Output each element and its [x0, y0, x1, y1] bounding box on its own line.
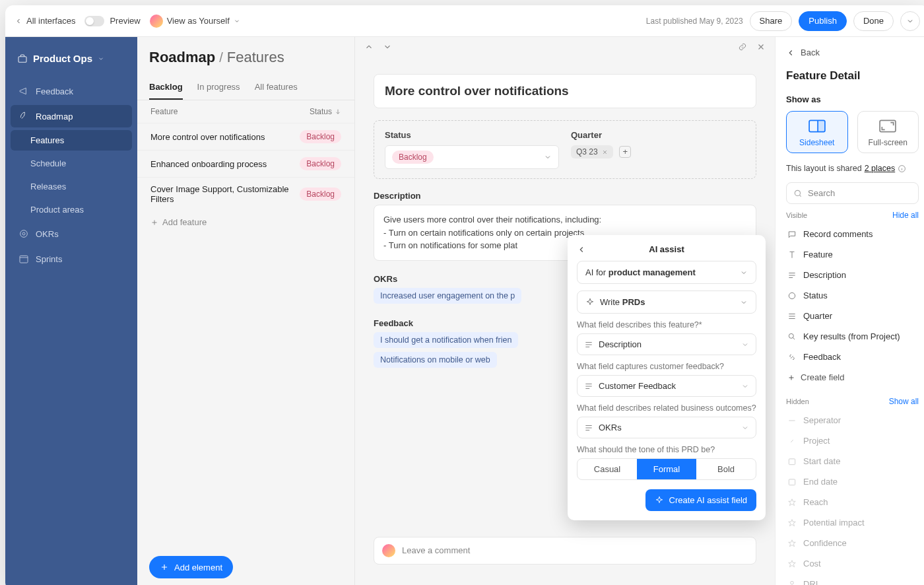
field-end-date[interactable]: End date [786, 473, 919, 491]
ai-field-select-description[interactable]: Description [577, 333, 756, 355]
star-icon [787, 498, 797, 507]
hide-all[interactable]: Hide all [892, 211, 919, 220]
comment-icon [787, 230, 797, 239]
showas-fullscreen[interactable]: Full-screen [857, 111, 919, 153]
link-icon[interactable] [738, 42, 747, 52]
chevron-down-icon[interactable] [383, 42, 392, 52]
status-select[interactable]: Backlog [385, 145, 559, 169]
sidebar-item-feedback[interactable]: Feedback [11, 80, 132, 102]
sidebar-item-roadmap[interactable]: Roadmap [11, 105, 132, 127]
config-back[interactable]: Back [786, 48, 919, 57]
preview-toggle[interactable] [84, 16, 104, 26]
record-detail-panel: More control over notifications Status B… [355, 37, 775, 585]
field-project[interactable]: Project [786, 432, 919, 450]
table-row[interactable]: Cover Image Support, Customizable Filter… [137, 177, 354, 211]
link-icon [787, 436, 797, 446]
linked-okr[interactable]: Increased user engagement on the p [374, 288, 521, 304]
comment-input[interactable]: Leave a comment [374, 537, 756, 565]
add-feature[interactable]: Add feature [137, 211, 354, 234]
tone-bold[interactable]: Bold [696, 459, 756, 479]
sidebar-sub-releases[interactable]: Releases [11, 176, 132, 197]
sidebar-item-sprints[interactable]: Sprints [11, 248, 132, 270]
done-button[interactable]: Done [853, 11, 894, 31]
field-impact[interactable]: Potential impact [786, 514, 919, 532]
list-icon [787, 312, 797, 321]
sidebar: Product Ops Feedback Roadmap Features Sc… [5, 37, 137, 585]
field-status[interactable]: Status [786, 287, 919, 304]
svg-rect-13 [789, 479, 795, 485]
hidden-header: Hidden [786, 397, 809, 405]
field-confidence[interactable]: Confidence [786, 534, 919, 552]
field-description[interactable]: Description [786, 266, 919, 284]
back-all-interfaces[interactable]: All interfaces [15, 16, 75, 26]
field-feedback[interactable]: Feedback [786, 348, 919, 366]
ai-question: What field describes this feature?* [577, 320, 756, 329]
text-icon [584, 340, 593, 349]
shared-link[interactable]: 2 places [865, 164, 896, 173]
close-icon [602, 149, 608, 155]
add-quarter[interactable]: + [619, 146, 631, 158]
popover-back[interactable] [577, 245, 586, 254]
config-title: Feature Detail [786, 69, 919, 83]
col-status[interactable]: Status [310, 107, 341, 116]
workspace-switcher[interactable]: Product Ops [11, 48, 132, 69]
shared-info: This layout is shared 2 places [786, 164, 919, 173]
view-as-dropdown[interactable]: View as Yourself [150, 15, 240, 28]
quarter-field-label: Quarter [571, 130, 745, 140]
status-badge: Backlog [300, 130, 341, 143]
linked-feedback[interactable]: I should get a notification when frien [374, 332, 518, 348]
create-ai-field-button[interactable]: Create AI assist field [645, 489, 757, 511]
chevron-up-icon[interactable] [364, 42, 374, 52]
ai-field-select-feedback[interactable]: Customer Feedback [577, 375, 756, 397]
fullscreen-icon [879, 120, 896, 133]
field-key-results[interactable]: Key results (from Project) [786, 327, 919, 345]
ai-field-select-okrs[interactable]: OKRs [577, 417, 756, 438]
tone-casual[interactable]: Casual [578, 459, 637, 479]
svg-point-14 [791, 581, 794, 584]
add-element-fab[interactable]: Add element [149, 556, 233, 578]
quarter-tag[interactable]: Q3 23 [571, 145, 613, 158]
field-reach[interactable]: Reach [786, 493, 919, 511]
ai-category-select[interactable]: AI for product management [577, 261, 756, 284]
tone-formal[interactable]: Formal [637, 459, 696, 479]
info-icon [898, 164, 906, 173]
sidebar-item-okrs[interactable]: OKRs [11, 223, 132, 245]
rocket-icon [18, 111, 29, 121]
field-search[interactable]: Search [786, 182, 919, 204]
field-record-comments[interactable]: Record comments [786, 225, 919, 243]
linked-feedback[interactable]: Notifications on mobile or web [374, 352, 497, 368]
megaphone-icon [18, 86, 29, 96]
status-badge: Backlog [300, 157, 341, 170]
field-cost[interactable]: Cost [786, 555, 919, 572]
chevron-down-icon [906, 17, 914, 25]
field-feature[interactable]: Feature [786, 246, 919, 263]
overflow-button[interactable] [900, 11, 920, 31]
showas-sidesheet[interactable]: Sidesheet [786, 111, 848, 153]
plus-icon [150, 219, 158, 226]
create-field[interactable]: Create field [786, 368, 919, 386]
briefcase-icon [17, 53, 28, 64]
field-start-date[interactable]: Start date [786, 452, 919, 470]
avatar [382, 544, 395, 557]
plus-icon [160, 563, 169, 572]
chevron-down-icon [98, 55, 104, 62]
publish-button[interactable]: Publish [799, 11, 847, 31]
sidebar-sub-product-areas[interactable]: Product areas [11, 199, 132, 220]
field-separator[interactable]: Seperator [786, 411, 919, 429]
ai-task-select[interactable]: Write PRDs [577, 291, 756, 314]
show-all[interactable]: Show all [889, 397, 919, 406]
tab-all-features[interactable]: All features [255, 75, 298, 100]
field-quarter[interactable]: Quarter [786, 307, 919, 325]
sidebar-sub-features[interactable]: Features [11, 130, 132, 151]
table-row[interactable]: Enhanced onboarding process Backlog [137, 150, 354, 177]
close-icon[interactable] [756, 42, 766, 52]
tab-in-progress[interactable]: In progress [197, 75, 240, 100]
search-icon [793, 189, 803, 198]
tab-backlog[interactable]: Backlog [149, 75, 183, 100]
record-title-input[interactable]: More control over notifications [374, 74, 756, 108]
sidebar-sub-schedule[interactable]: Schedule [11, 153, 132, 174]
table-row[interactable]: More control over notifications Backlog [137, 123, 354, 150]
share-button[interactable]: Share [750, 11, 793, 31]
star-icon [787, 518, 797, 528]
field-dri[interactable]: DRI [786, 575, 919, 585]
